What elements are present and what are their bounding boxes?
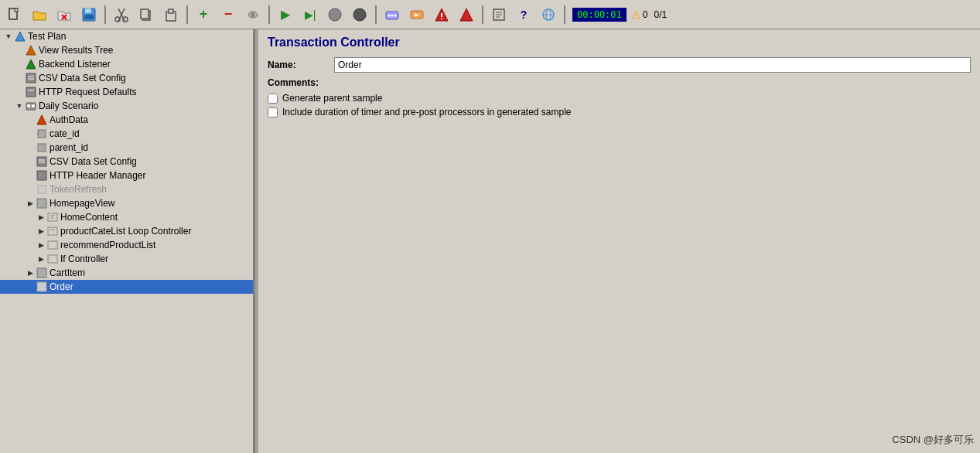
start-no-pause-button[interactable]: ▶| [299, 3, 322, 26]
svg-point-15 [251, 12, 255, 17]
paste-button[interactable] [159, 3, 183, 26]
sep5 [482, 5, 483, 24]
report-button[interactable] [487, 3, 510, 26]
svg-rect-60 [48, 241, 57, 249]
comments-label: Comments: [268, 77, 330, 88]
parent-id-icon [36, 141, 48, 154]
svg-point-20 [391, 14, 394, 16]
tree-item-daily-scenario[interactable]: ▼ Daily Scenario [0, 99, 253, 113]
svg-marker-46 [37, 115, 46, 124]
sep1 [104, 5, 106, 24]
toolbar: + − ▶ ▶| ? 00:00:01 ⚠ 0 0/1 [0, 0, 980, 29]
remote-server-button[interactable] [537, 3, 560, 26]
view-results-label: View Results Tree [39, 45, 114, 56]
warning-icon: ⚠ [631, 9, 641, 21]
remove-button[interactable]: − [217, 3, 240, 26]
remote-stop-all-button[interactable] [455, 3, 478, 26]
right-panel: Transaction Controller Name: Comments: G… [258, 29, 980, 453]
tree-item-home-content[interactable]: ▶ HomeContent [0, 210, 253, 224]
warning-area: ⚠ 0 [631, 9, 648, 21]
tree-item-http-defaults[interactable]: HTTP Request Defaults [0, 85, 253, 99]
product-cate-label: productCateList Loop Controller [60, 226, 191, 237]
if-controller-icon [46, 253, 59, 265]
svg-rect-58 [48, 227, 57, 235]
tree-item-test-plan[interactable]: ▼ Test Plan [0, 29, 253, 43]
svg-rect-1 [15, 9, 18, 12]
comments-row: Comments: [268, 77, 971, 88]
tree-item-token-refresh[interactable]: TokenRefresh [0, 182, 253, 196]
backend-listener-label: Backend Listener [39, 59, 111, 70]
expand-recommend[interactable]: ▶ [36, 240, 46, 250]
expand-daily-scenario[interactable]: ▼ [14, 100, 25, 111]
open-button[interactable] [28, 3, 51, 26]
csv-config2-icon [36, 155, 48, 168]
svg-rect-41 [26, 87, 36, 97]
tree-panel: ▼ Test Plan View Results Tree Backend Li… [0, 29, 255, 453]
copy-button[interactable] [135, 3, 158, 26]
view-results-icon [25, 44, 37, 56]
product-cate-icon [46, 225, 59, 237]
tree-item-if-controller[interactable]: ▶ If Controller [0, 252, 253, 266]
expand-if[interactable]: ▶ [36, 254, 46, 264]
help-button[interactable]: ? [512, 3, 535, 26]
csv-config-label: CSV Data Set Config [39, 73, 126, 83]
remote-stop-button[interactable] [430, 3, 453, 26]
main-area: ▼ Test Plan View Results Tree Backend Li… [0, 29, 980, 453]
home-content-icon [46, 211, 59, 223]
tree-item-view-results[interactable]: View Results Tree [0, 43, 253, 57]
expand-cart[interactable]: ▶ [25, 267, 36, 278]
test-plan-label: Test Plan [28, 31, 66, 42]
tree-item-homepage-view[interactable]: ▶ HomepageView [0, 196, 253, 210]
save-button[interactable] [77, 3, 101, 26]
svg-point-44 [27, 104, 30, 107]
home-content-label: HomeContent [60, 212, 118, 223]
svg-rect-38 [26, 73, 36, 83]
svg-rect-55 [48, 213, 57, 221]
close-button[interactable] [53, 3, 76, 26]
stop-button[interactable] [323, 3, 347, 26]
tree-item-recommend-product[interactable]: ▶ recommendProductList [0, 238, 253, 252]
expand-homepage[interactable]: ▶ [25, 198, 36, 209]
daily-scenario-icon [25, 100, 37, 112]
sep3 [268, 5, 270, 24]
shutdown-button[interactable] [348, 3, 371, 26]
tree-item-backend-listener[interactable]: Backend Listener [0, 57, 253, 71]
tree-item-product-cate[interactable]: ▶ productCateList Loop Controller [0, 224, 253, 238]
order-label: Order [50, 281, 73, 292]
svg-point-26 [441, 18, 442, 19]
tree-item-cart-item[interactable]: ▶ CartItem [0, 266, 253, 280]
tree-item-order[interactable]: Order [0, 280, 253, 294]
tree-item-cate-id[interactable]: cate_id [0, 127, 253, 141]
remote-start-all-button[interactable] [405, 3, 429, 26]
expand-test-plan[interactable]: ▼ [3, 31, 14, 42]
expand-home-content[interactable]: ▶ [36, 212, 46, 223]
warning-count: 0 [643, 9, 648, 20]
start-button[interactable]: ▶ [274, 3, 297, 26]
svg-rect-12 [141, 9, 149, 19]
svg-rect-48 [38, 144, 46, 152]
expand-product-cate[interactable]: ▶ [36, 226, 46, 237]
include-duration-checkbox[interactable] [268, 107, 278, 118]
tree-item-csv-config2[interactable]: CSV Data Set Config [0, 155, 253, 169]
svg-rect-54 [37, 199, 46, 208]
new-button[interactable] [3, 3, 26, 26]
cut-button[interactable] [110, 3, 133, 26]
tree-item-http-header[interactable]: HTTP Header Manager [0, 169, 253, 182]
name-label: Name: [268, 60, 330, 70]
remote-start-button[interactable] [381, 3, 404, 26]
svg-point-19 [388, 14, 391, 16]
tree-item-csv-config[interactable]: CSV Data Set Config [0, 71, 253, 85]
generate-parent-checkbox[interactable] [268, 94, 278, 104]
parent-id-label: parent_id [50, 142, 88, 153]
add-button[interactable]: + [192, 3, 215, 26]
cart-item-label: CartItem [50, 267, 85, 278]
watermark: CSDN @好多可乐 [892, 433, 974, 447]
name-input[interactable] [334, 57, 971, 73]
panel-title: Transaction Controller [268, 36, 971, 49]
svg-point-16 [329, 9, 341, 21]
tree-item-auth-data[interactable]: AuthData [0, 113, 253, 127]
toggle-button[interactable] [241, 3, 265, 26]
tree-item-parent-id[interactable]: parent_id [0, 141, 253, 155]
svg-rect-47 [38, 130, 46, 138]
svg-point-17 [353, 9, 366, 21]
